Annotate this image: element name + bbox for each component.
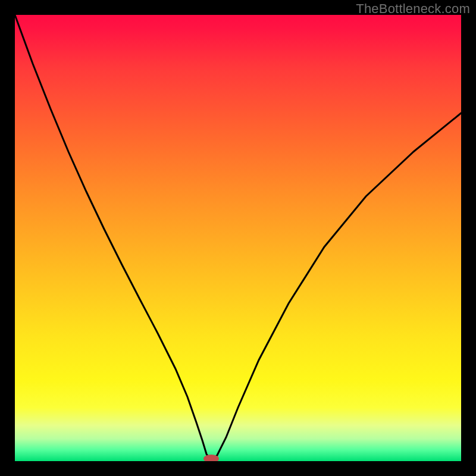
- bottleneck-curve: [15, 15, 461, 461]
- watermark-text: TheBottleneck.com: [356, 1, 470, 17]
- chart-frame: TheBottleneck.com: [0, 0, 476, 476]
- curve-layer: [15, 15, 461, 461]
- plot-area: [15, 15, 461, 461]
